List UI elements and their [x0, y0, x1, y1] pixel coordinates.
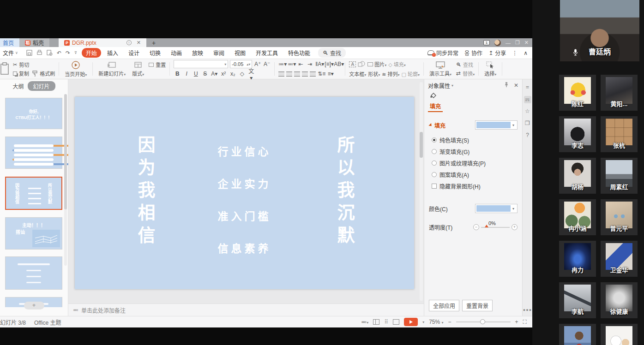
panel-title[interactable]: 对象属性▾ — [428, 82, 453, 89]
participant-tile[interactable]: 李航 — [559, 282, 596, 318]
distribute-icon[interactable] — [310, 71, 316, 77]
participant-tile[interactable]: 李志 — [559, 116, 596, 152]
participant-tile[interactable]: 卫金华 — [601, 241, 638, 277]
tab-document[interactable]: P DGR.pptx ! ✕ — [59, 38, 146, 47]
play-from-current-button[interactable]: 当页开始▾ — [63, 61, 89, 77]
add-slide-button[interactable]: + — [24, 302, 44, 309]
panel-tab-fill[interactable]: 填充 — [428, 102, 443, 112]
slide-thumbnail-3-selected[interactable]: 因为我相信 所以我沉默 — [5, 177, 62, 210]
line-spacing-icon[interactable]: ⇅≡ — [318, 71, 325, 77]
new-tab-button[interactable]: + — [146, 38, 161, 47]
participant-tile[interactable]: 陈红 — [559, 75, 596, 111]
sidebar-scrollbar[interactable] — [64, 94, 67, 266]
slide-canvas[interactable]: 因为我相信 行业信心 企业实力 准入门槛 信息素养 所以我沉默 — [68, 79, 424, 303]
zoom-slider-thumb[interactable] — [480, 319, 485, 324]
help-icon[interactable]: ? — [524, 132, 531, 139]
pin-icon[interactable] — [504, 82, 509, 88]
shapes-icon[interactable] — [358, 61, 366, 67]
properties-icon[interactable]: ⚎ — [524, 96, 531, 103]
font-color-button[interactable]: A▾ — [211, 71, 218, 77]
undo-icon[interactable]: ↶ — [57, 50, 61, 56]
find-button[interactable]: 🔍︎查找 — [318, 48, 346, 58]
theme-name[interactable]: Office 主题 — [34, 318, 61, 326]
tab-home[interactable]: 首页 — [0, 38, 19, 47]
radio-pattern-fill[interactable]: 图案填充(A) — [424, 169, 522, 180]
align-left-icon[interactable] — [278, 71, 284, 77]
ribbon-tab-home[interactable]: 开始 — [82, 48, 101, 58]
smart-effects-icon[interactable]: ☆ — [524, 108, 531, 115]
align-right-icon[interactable] — [294, 71, 300, 77]
font-name-combo[interactable]: ▾ — [174, 60, 228, 68]
copy-button[interactable]: 复制 — [13, 70, 29, 77]
apply-to-all-button[interactable]: 全部应用 — [429, 300, 459, 311]
slide-thumbnail-1[interactable]: 你好, CTBU打工人！！！ — [5, 98, 62, 129]
cut-button[interactable]: ✂剪切 — [13, 61, 29, 69]
decrease-transparency-icon[interactable]: − — [473, 224, 479, 230]
notes-toggle-icon[interactable]: ≕▾ — [361, 319, 368, 325]
participant-tile[interactable]: 冉力 — [559, 241, 596, 277]
underline-button[interactable]: U — [192, 71, 199, 77]
ribbon-tab-special[interactable]: 特色功能 — [284, 48, 314, 58]
radio-gradient-fill[interactable]: 渐变填充(G) — [424, 146, 522, 157]
shapes-button[interactable]: 形状▾ — [368, 70, 380, 77]
subscript-button[interactable]: x₂ — [229, 71, 236, 77]
radio-solid-fill[interactable]: 纯色填充(S) — [424, 134, 522, 146]
sync-status-button[interactable]: ! 同步异常 — [427, 49, 458, 57]
arrange-button[interactable]: ≋ 排列▾ — [382, 70, 399, 77]
slide-thumbnail-2[interactable] — [5, 137, 62, 169]
slide-sorter-icon[interactable]: ⠿ — [384, 319, 388, 325]
presentation-tools-button[interactable]: 演示工具▾ — [427, 61, 453, 77]
duplicate-pane-icon[interactable]: ❐ — [524, 120, 531, 127]
autofit-icon[interactable]: AB▾ — [334, 61, 341, 67]
slideshow-play-button[interactable] — [404, 318, 418, 326]
fit-slide-icon[interactable]: ⛶ — [523, 319, 527, 325]
participant-tile[interactable]: 徐健康 — [601, 282, 638, 318]
zoom-in-icon[interactable]: + — [515, 319, 518, 325]
slide-right-vertical-text[interactable]: 所以我沉默 — [336, 136, 353, 249]
fill-button[interactable]: ◇ 填充▾ — [388, 60, 406, 68]
zoom-slider[interactable] — [456, 321, 511, 322]
tab-outline[interactable]: 大纲 — [12, 82, 24, 90]
participant-tile[interactable]: 张杭 — [601, 116, 638, 152]
new-slide-button[interactable]: 新建幻灯片▾ — [96, 61, 127, 77]
collaborate-button[interactable]: 옹协作 — [464, 49, 482, 57]
slide-thumbnail-4[interactable]: 主动！！！ 搭讪 — [5, 217, 62, 250]
close-window-button[interactable]: ✕ — [524, 40, 529, 46]
speaker-video[interactable]: 曹廷炳 — [560, 0, 639, 61]
layout-button[interactable]: 版式▾ — [130, 61, 146, 77]
slide-center-list[interactable]: 行业信心 企业实力 准入门槛 信息素养 — [218, 143, 271, 256]
window-count-badge[interactable]: 1 — [483, 40, 490, 45]
participant-tile[interactable]: 黄阳... — [601, 75, 638, 111]
close-panel-icon[interactable]: ✕ — [514, 82, 518, 89]
normal-view-icon[interactable] — [373, 319, 379, 325]
justify-icon[interactable] — [302, 71, 308, 77]
notes-bar[interactable]: ≕ 单击此处添加备注 — [68, 303, 424, 316]
textbox-button[interactable]: 文本框▾ — [349, 70, 366, 77]
clear-format-icon[interactable]: ◇ — [238, 71, 246, 77]
numbering-icon[interactable]: ≕▾ — [288, 61, 295, 67]
share-button[interactable]: ↥分享 — [488, 49, 506, 57]
textbox-icon[interactable]: A — [349, 61, 356, 67]
outline-button[interactable]: ▢ 轮廓▾ — [402, 70, 420, 77]
zoom-out-icon[interactable]: − — [448, 319, 451, 325]
paragraph-spacing-icon[interactable]: ≡▾ — [327, 71, 334, 77]
picture-button[interactable]: 图片▾ — [367, 60, 386, 68]
align-text-icon[interactable]: [≡]▾ — [325, 61, 332, 67]
transparency-slider[interactable]: − 0% + — [473, 224, 518, 230]
current-slide[interactable]: 因为我相信 行业信心 企业实力 准入门槛 信息素养 所以我沉默 — [75, 97, 414, 289]
superscript-button[interactable]: x² — [220, 71, 227, 77]
slide-thumbnail-5[interactable] — [5, 256, 62, 290]
increase-indent-icon[interactable]: ⇥ — [306, 61, 313, 67]
format-painter-button[interactable]: 格式刷 — [32, 70, 55, 77]
italic-button[interactable]: I — [183, 71, 190, 77]
print-icon[interactable] — [36, 50, 42, 56]
participant-tile[interactable] — [559, 324, 596, 345]
ribbon-tab-review[interactable]: 审阅 — [209, 48, 229, 58]
ribbon-tab-devtools[interactable]: 开发工具 — [252, 48, 282, 58]
reset-button[interactable]: 重置 — [149, 61, 166, 69]
replace-button[interactable]: ⇄替换▾ — [456, 70, 475, 77]
user-avatar[interactable] — [494, 40, 501, 46]
customize-toolbar-icon[interactable]: ⊽ — [74, 51, 77, 55]
ribbon-tab-view[interactable]: 视图 — [230, 48, 250, 58]
increase-transparency-icon[interactable]: + — [512, 224, 518, 230]
